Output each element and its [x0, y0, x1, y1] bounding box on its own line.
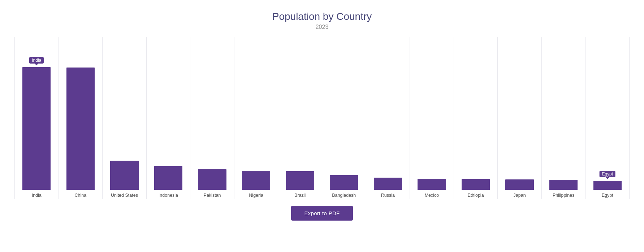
bar-bangladesh [330, 175, 358, 190]
bar-col-ethiopia: Ethiopia [454, 37, 498, 199]
country-label-pakistan: Pakistan [204, 193, 221, 199]
country-label-egypt: Egypt [602, 193, 613, 199]
country-label-china: China [74, 193, 86, 199]
country-label-nigeria: Nigeria [249, 193, 263, 199]
country-label-japan: Japan [514, 193, 526, 199]
bar-pakistan [198, 169, 226, 190]
bar-col-china: China [59, 37, 103, 199]
country-label-ethiopia: Ethiopia [467, 193, 484, 199]
bar-highlight-label-egypt: Egypt [599, 171, 615, 177]
bar-col-india: IndiaIndia [14, 37, 59, 199]
bar-brazil [286, 171, 314, 190]
bar-col-pakistan: Pakistan [190, 37, 234, 199]
bar-col-indonesia: Indonesia [146, 37, 190, 199]
bar-indonesia [154, 166, 182, 190]
bar-japan [505, 179, 533, 190]
bars-area: IndiaIndiaChinaUnited StatesIndonesiaPak… [14, 37, 630, 199]
bar-col-egypt: EgyptEgypt [585, 37, 630, 199]
country-label-india: India [32, 193, 42, 199]
bar-col-philippines: Philippines [541, 37, 585, 199]
bar-col-nigeria: Nigeria [234, 37, 278, 199]
bar-col-bangladesh: Bangladesh [322, 37, 366, 199]
bar-philippines [549, 180, 578, 190]
bar-china [66, 68, 95, 190]
bar-col-japan: Japan [497, 37, 541, 199]
bar-egypt: Egypt [593, 181, 622, 190]
bar-col-russia: Russia [366, 37, 410, 199]
bar-india: India [22, 67, 51, 190]
bar-col-brazil: Brazil [278, 37, 322, 199]
bar-col-united-states: United States [102, 37, 146, 199]
country-label-russia: Russia [381, 193, 395, 199]
bar-united-states [110, 161, 138, 190]
country-label-mexico: Mexico [425, 193, 439, 199]
chart-subtitle: 2023 [316, 24, 329, 30]
bar-nigeria [242, 171, 270, 190]
chart-container: Population by Country 2023 IndiaIndiaChi… [0, 0, 644, 252]
country-label-united-states: United States [111, 193, 138, 199]
country-label-philippines: Philippines [553, 193, 574, 199]
bar-ethiopia [462, 179, 490, 190]
bar-mexico [418, 179, 446, 190]
chart-title: Population by Country [272, 11, 372, 22]
country-label-brazil: Brazil [294, 193, 306, 199]
export-pdf-button[interactable]: Export to PDF [291, 206, 353, 221]
country-label-indonesia: Indonesia [159, 193, 178, 199]
bar-highlight-label-india: India [29, 57, 44, 64]
bar-col-mexico: Mexico [410, 37, 454, 199]
country-label-bangladesh: Bangladesh [332, 193, 356, 199]
bar-russia [374, 178, 402, 190]
